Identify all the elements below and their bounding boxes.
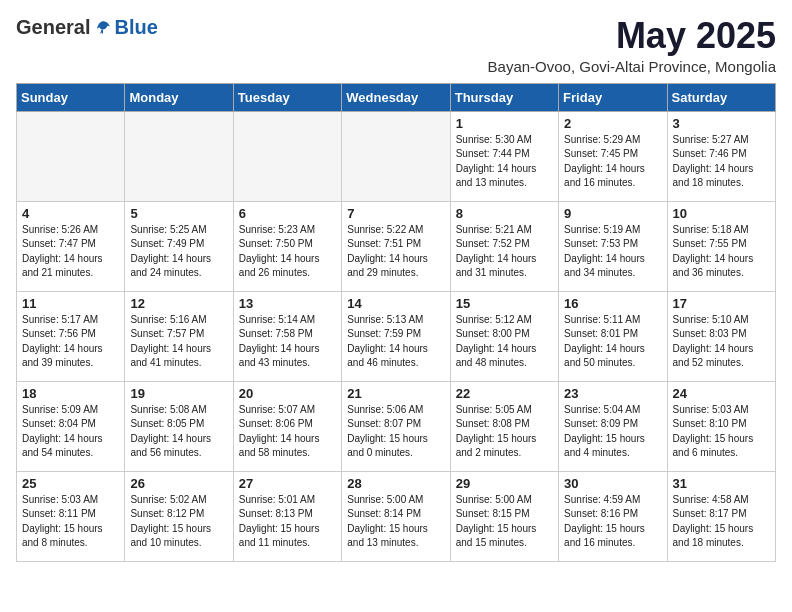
column-header-monday: Monday [125, 83, 233, 111]
day-info: Sunrise: 5:08 AMSunset: 8:05 PMDaylight:… [130, 403, 227, 461]
calendar-cell: 3Sunrise: 5:27 AMSunset: 7:46 PMDaylight… [667, 111, 775, 201]
day-number: 26 [130, 476, 227, 491]
calendar-cell: 11Sunrise: 5:17 AMSunset: 7:56 PMDayligh… [17, 291, 125, 381]
day-info: Sunrise: 5:12 AMSunset: 8:00 PMDaylight:… [456, 313, 553, 371]
day-number: 10 [673, 206, 770, 221]
calendar-cell: 17Sunrise: 5:10 AMSunset: 8:03 PMDayligh… [667, 291, 775, 381]
day-info: Sunrise: 5:10 AMSunset: 8:03 PMDaylight:… [673, 313, 770, 371]
calendar-table: SundayMondayTuesdayWednesdayThursdayFrid… [16, 83, 776, 562]
day-info: Sunrise: 5:03 AMSunset: 8:10 PMDaylight:… [673, 403, 770, 461]
day-info: Sunrise: 5:00 AMSunset: 8:15 PMDaylight:… [456, 493, 553, 551]
calendar-cell: 20Sunrise: 5:07 AMSunset: 8:06 PMDayligh… [233, 381, 341, 471]
day-info: Sunrise: 5:30 AMSunset: 7:44 PMDaylight:… [456, 133, 553, 191]
day-number: 9 [564, 206, 661, 221]
day-info: Sunrise: 5:16 AMSunset: 7:57 PMDaylight:… [130, 313, 227, 371]
calendar-cell: 19Sunrise: 5:08 AMSunset: 8:05 PMDayligh… [125, 381, 233, 471]
week-row-5: 25Sunrise: 5:03 AMSunset: 8:11 PMDayligh… [17, 471, 776, 561]
calendar-cell: 28Sunrise: 5:00 AMSunset: 8:14 PMDayligh… [342, 471, 450, 561]
logo-blue: Blue [114, 16, 157, 39]
calendar-cell: 23Sunrise: 5:04 AMSunset: 8:09 PMDayligh… [559, 381, 667, 471]
day-info: Sunrise: 5:27 AMSunset: 7:46 PMDaylight:… [673, 133, 770, 191]
day-number: 28 [347, 476, 444, 491]
calendar-cell: 24Sunrise: 5:03 AMSunset: 8:10 PMDayligh… [667, 381, 775, 471]
calendar-cell: 13Sunrise: 5:14 AMSunset: 7:58 PMDayligh… [233, 291, 341, 381]
subtitle: Bayan-Ovoo, Govi-Altai Province, Mongoli… [488, 58, 776, 75]
day-number: 18 [22, 386, 119, 401]
column-header-sunday: Sunday [17, 83, 125, 111]
day-number: 13 [239, 296, 336, 311]
calendar-cell: 10Sunrise: 5:18 AMSunset: 7:55 PMDayligh… [667, 201, 775, 291]
header-row: SundayMondayTuesdayWednesdayThursdayFrid… [17, 83, 776, 111]
month-title: May 2025 [488, 16, 776, 56]
week-row-2: 4Sunrise: 5:26 AMSunset: 7:47 PMDaylight… [17, 201, 776, 291]
logo-bird-icon [94, 19, 112, 37]
calendar-cell: 22Sunrise: 5:05 AMSunset: 8:08 PMDayligh… [450, 381, 558, 471]
calendar-cell [233, 111, 341, 201]
day-number: 1 [456, 116, 553, 131]
calendar-cell [17, 111, 125, 201]
day-info: Sunrise: 4:58 AMSunset: 8:17 PMDaylight:… [673, 493, 770, 551]
day-number: 14 [347, 296, 444, 311]
day-number: 7 [347, 206, 444, 221]
day-info: Sunrise: 5:23 AMSunset: 7:50 PMDaylight:… [239, 223, 336, 281]
calendar-cell: 29Sunrise: 5:00 AMSunset: 8:15 PMDayligh… [450, 471, 558, 561]
day-info: Sunrise: 5:03 AMSunset: 8:11 PMDaylight:… [22, 493, 119, 551]
calendar-cell [342, 111, 450, 201]
day-number: 29 [456, 476, 553, 491]
title-block: May 2025 Bayan-Ovoo, Govi-Altai Province… [488, 16, 776, 75]
day-info: Sunrise: 5:11 AMSunset: 8:01 PMDaylight:… [564, 313, 661, 371]
calendar-cell: 14Sunrise: 5:13 AMSunset: 7:59 PMDayligh… [342, 291, 450, 381]
day-info: Sunrise: 5:17 AMSunset: 7:56 PMDaylight:… [22, 313, 119, 371]
day-number: 4 [22, 206, 119, 221]
day-info: Sunrise: 5:21 AMSunset: 7:52 PMDaylight:… [456, 223, 553, 281]
day-number: 20 [239, 386, 336, 401]
day-number: 3 [673, 116, 770, 131]
week-row-3: 11Sunrise: 5:17 AMSunset: 7:56 PMDayligh… [17, 291, 776, 381]
calendar-cell: 27Sunrise: 5:01 AMSunset: 8:13 PMDayligh… [233, 471, 341, 561]
calendar-cell: 1Sunrise: 5:30 AMSunset: 7:44 PMDaylight… [450, 111, 558, 201]
day-number: 22 [456, 386, 553, 401]
calendar-cell: 9Sunrise: 5:19 AMSunset: 7:53 PMDaylight… [559, 201, 667, 291]
calendar-cell: 12Sunrise: 5:16 AMSunset: 7:57 PMDayligh… [125, 291, 233, 381]
calendar-cell: 26Sunrise: 5:02 AMSunset: 8:12 PMDayligh… [125, 471, 233, 561]
calendar-cell: 16Sunrise: 5:11 AMSunset: 8:01 PMDayligh… [559, 291, 667, 381]
calendar-cell: 4Sunrise: 5:26 AMSunset: 7:47 PMDaylight… [17, 201, 125, 291]
week-row-4: 18Sunrise: 5:09 AMSunset: 8:04 PMDayligh… [17, 381, 776, 471]
day-number: 24 [673, 386, 770, 401]
day-number: 15 [456, 296, 553, 311]
column-header-friday: Friday [559, 83, 667, 111]
calendar-cell: 15Sunrise: 5:12 AMSunset: 8:00 PMDayligh… [450, 291, 558, 381]
day-number: 30 [564, 476, 661, 491]
day-number: 5 [130, 206, 227, 221]
day-info: Sunrise: 5:09 AMSunset: 8:04 PMDaylight:… [22, 403, 119, 461]
page-header: General Blue May 2025 Bayan-Ovoo, Govi-A… [16, 16, 776, 75]
day-info: Sunrise: 5:13 AMSunset: 7:59 PMDaylight:… [347, 313, 444, 371]
calendar-cell: 30Sunrise: 4:59 AMSunset: 8:16 PMDayligh… [559, 471, 667, 561]
day-info: Sunrise: 5:25 AMSunset: 7:49 PMDaylight:… [130, 223, 227, 281]
day-info: Sunrise: 5:29 AMSunset: 7:45 PMDaylight:… [564, 133, 661, 191]
day-number: 23 [564, 386, 661, 401]
day-number: 25 [22, 476, 119, 491]
column-header-tuesday: Tuesday [233, 83, 341, 111]
day-number: 6 [239, 206, 336, 221]
day-info: Sunrise: 5:01 AMSunset: 8:13 PMDaylight:… [239, 493, 336, 551]
calendar-cell: 31Sunrise: 4:58 AMSunset: 8:17 PMDayligh… [667, 471, 775, 561]
calendar-cell: 7Sunrise: 5:22 AMSunset: 7:51 PMDaylight… [342, 201, 450, 291]
day-number: 8 [456, 206, 553, 221]
day-info: Sunrise: 5:22 AMSunset: 7:51 PMDaylight:… [347, 223, 444, 281]
day-number: 12 [130, 296, 227, 311]
calendar-cell: 2Sunrise: 5:29 AMSunset: 7:45 PMDaylight… [559, 111, 667, 201]
day-info: Sunrise: 5:05 AMSunset: 8:08 PMDaylight:… [456, 403, 553, 461]
day-info: Sunrise: 5:06 AMSunset: 8:07 PMDaylight:… [347, 403, 444, 461]
column-header-saturday: Saturday [667, 83, 775, 111]
day-number: 21 [347, 386, 444, 401]
day-number: 11 [22, 296, 119, 311]
day-info: Sunrise: 4:59 AMSunset: 8:16 PMDaylight:… [564, 493, 661, 551]
day-info: Sunrise: 5:14 AMSunset: 7:58 PMDaylight:… [239, 313, 336, 371]
day-info: Sunrise: 5:18 AMSunset: 7:55 PMDaylight:… [673, 223, 770, 281]
week-row-1: 1Sunrise: 5:30 AMSunset: 7:44 PMDaylight… [17, 111, 776, 201]
logo: General Blue [16, 16, 158, 39]
day-number: 17 [673, 296, 770, 311]
day-number: 2 [564, 116, 661, 131]
day-info: Sunrise: 5:26 AMSunset: 7:47 PMDaylight:… [22, 223, 119, 281]
